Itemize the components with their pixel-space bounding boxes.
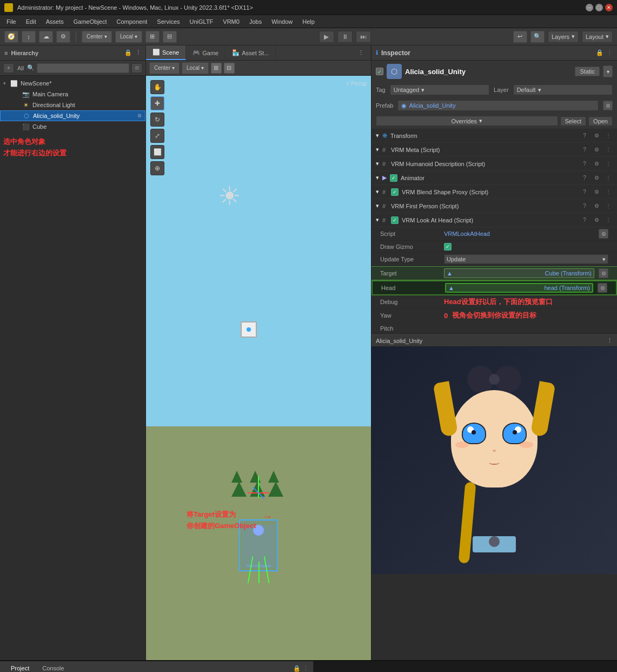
active-checkbox[interactable]: ✓ — [376, 68, 383, 75]
vrm-humanoid-help-btn[interactable]: ? — [580, 160, 589, 168]
step-btn[interactable]: ⏭ — [356, 31, 371, 43]
play-btn[interactable]: ▶ — [319, 31, 334, 43]
menu-services[interactable]: Services — [152, 17, 184, 26]
local-global-btn[interactable]: Local▾ — [115, 31, 142, 43]
vrm-blend-check[interactable]: ✓ — [391, 188, 399, 196]
center-btn[interactable]: Center▾ — [149, 62, 180, 74]
menu-gameobject[interactable]: GameObject — [69, 17, 111, 26]
head-select-btn[interactable]: ⚙ — [598, 283, 607, 293]
settings-btn[interactable]: ⚙ — [56, 31, 70, 43]
menu-help[interactable]: Help — [298, 17, 319, 26]
hierarchy-item-cube[interactable]: ▸ ⬛ Cube — [0, 121, 145, 132]
menu-file[interactable]: File — [2, 17, 21, 26]
arrows-btn[interactable]: ↕ — [22, 31, 36, 43]
vrm-look-at-check[interactable]: ✓ — [391, 216, 399, 224]
vrm-first-person-component-header[interactable]: ▾ # VRM First Person (Script) ? ⚙ ⋮ — [371, 199, 617, 213]
transform-tool[interactable]: ⊕ — [150, 161, 164, 175]
vrm-look-at-component-header[interactable]: ▾ # ✓ VRM Look At Head (Script) ? ⚙ ⋮ — [371, 213, 617, 227]
static-dropdown-arrow[interactable]: ▾ — [603, 65, 613, 77]
maximize-button[interactable]: □ — [595, 4, 603, 11]
animator-menu-btn[interactable]: ⋮ — [604, 174, 613, 182]
vrm-meta-help-btn[interactable]: ? — [580, 146, 589, 154]
layers-dropdown[interactable]: Layers ▾ — [548, 31, 579, 43]
overrides-button[interactable]: Overrides ▾ — [376, 116, 558, 126]
transform-settings-btn[interactable]: ⚙ — [592, 131, 601, 140]
menu-assets[interactable]: Assets — [42, 17, 68, 26]
project-menu-icon[interactable]: ⋮ — [303, 665, 309, 672]
vrm-fp-menu-btn[interactable]: ⋮ — [604, 202, 613, 210]
prefab-settings-btn[interactable]: ⚙ — [603, 101, 613, 110]
snap-btn[interactable]: ⊟ — [163, 31, 177, 43]
hierarchy-item-newscene[interactable]: ▾ ⬜ NewScene* — [0, 78, 145, 89]
scene-viewport[interactable]: ✋ ✚ ↻ ⤢ ⬜ ⊕ < Persp ☀ — [146, 76, 371, 660]
object-footer-menu-icon[interactable]: ⋮ — [607, 337, 613, 344]
local-btn[interactable]: Local▾ — [182, 62, 209, 74]
update-type-dropdown[interactable]: Update ▾ — [444, 254, 608, 264]
vrm-blend-component-header[interactable]: ▾ # ✓ VRM Blend Shape Proxy (Script) ? ⚙… — [371, 185, 617, 199]
close-button[interactable]: ✕ — [605, 4, 613, 11]
open-button[interactable]: Open — [588, 116, 613, 126]
animator-help-btn[interactable]: ? — [580, 174, 589, 182]
scene-tab[interactable]: ⬜ Scene — [146, 45, 186, 60]
vrm-meta-settings-btn[interactable]: ⚙ — [592, 146, 601, 154]
head-field[interactable]: ▲ head (Transform) — [445, 283, 593, 293]
vrm-look-at-menu-btn[interactable]: ⋮ — [604, 216, 613, 225]
scene-options-btn[interactable]: ⋮ — [351, 45, 371, 60]
vrm-look-at-help-btn[interactable]: ? — [580, 216, 589, 225]
grid-icon-btn[interactable]: ⊞ — [211, 63, 222, 74]
vrm-humanoid-component-header[interactable]: ▾ # VRM Humanoid Description (Script) ? … — [371, 157, 617, 171]
search-btn[interactable]: 🔍 — [530, 31, 545, 43]
hand-tool[interactable]: ✋ — [150, 80, 164, 94]
overlay-icon-btn[interactable]: ⊟ — [224, 63, 235, 74]
center-pivot-btn[interactable]: Center▾ — [82, 31, 112, 43]
game-tab[interactable]: 🎮 Game — [186, 45, 225, 60]
compass-btn[interactable]: 🧭 — [4, 31, 18, 43]
pause-btn[interactable]: ⏸ — [337, 31, 353, 43]
prefab-field[interactable]: ◉ Alicia_solid_Unity — [397, 100, 599, 111]
vrm-look-at-settings-btn[interactable]: ⚙ — [592, 216, 601, 225]
vrm-meta-component-header[interactable]: ▾ # VRM Meta (Script) ? ⚙ ⋮ — [371, 143, 617, 157]
layout-dropdown[interactable]: Layout ▾ — [582, 31, 613, 43]
move-tool[interactable]: ✚ — [150, 96, 164, 110]
menu-jobs[interactable]: Jobs — [245, 17, 266, 26]
static-button[interactable]: Static — [575, 67, 600, 76]
minimize-button[interactable]: ─ — [586, 4, 593, 11]
target-select-btn[interactable]: ⚙ — [599, 268, 608, 278]
transform-menu-btn[interactable]: ⋮ — [604, 131, 613, 140]
grid-btn[interactable]: ⊞ — [145, 31, 160, 43]
hierarchy-filter-btn[interactable]: ⊡ — [131, 63, 142, 73]
vrm-fp-settings-btn[interactable]: ⚙ — [592, 202, 601, 210]
vrm-humanoid-settings-btn[interactable]: ⚙ — [592, 160, 601, 168]
menu-unigltf[interactable]: UniGLTF — [185, 17, 218, 26]
rotate-tool[interactable]: ↻ — [150, 113, 164, 127]
hierarchy-add-btn[interactable]: + — [3, 63, 14, 73]
transform-help-btn[interactable]: ? — [580, 131, 589, 140]
menu-vrm0[interactable]: VRM0 — [218, 17, 244, 26]
inspector-menu-icon[interactable]: ⋮ — [607, 49, 613, 56]
project-tab[interactable]: Project — [4, 663, 36, 673]
vrm-meta-menu-btn[interactable]: ⋮ — [604, 146, 613, 154]
vrm-fp-help-btn[interactable]: ? — [580, 202, 589, 210]
menu-component[interactable]: Component — [112, 17, 151, 26]
vrm-humanoid-menu-btn[interactable]: ⋮ — [604, 160, 613, 168]
hierarchy-search-input[interactable] — [37, 63, 129, 73]
vrm-blend-settings-btn[interactable]: ⚙ — [592, 188, 601, 196]
animator-settings-btn[interactable]: ⚙ — [592, 174, 601, 182]
target-field[interactable]: ▲ Cube (Transform) — [444, 268, 594, 278]
asset-store-tab[interactable]: 🏪 Asset St... — [225, 45, 276, 60]
vrm-blend-menu-btn[interactable]: ⋮ — [604, 188, 613, 196]
tag-dropdown[interactable]: Untagged ▾ — [390, 84, 489, 95]
select-button[interactable]: Select — [560, 116, 587, 126]
scale-tool[interactable]: ⤢ — [150, 129, 164, 143]
console-tab[interactable]: Console — [36, 663, 70, 673]
vrm-blend-help-btn[interactable]: ? — [580, 188, 589, 196]
layer-dropdown[interactable]: Default ▾ — [513, 84, 613, 95]
animator-check[interactable]: ✓ — [390, 174, 397, 182]
inspector-lock-icon[interactable]: 🔒 — [596, 49, 603, 56]
draw-gizmo-checkbox[interactable]: ✓ — [444, 243, 452, 251]
cloud-btn[interactable]: ☁ — [39, 31, 53, 43]
animator-component-header[interactable]: ▾ ▶ ✓ Animator ? ⚙ ⋮ — [371, 171, 617, 185]
menu-edit[interactable]: Edit — [22, 17, 41, 26]
hierarchy-item-directional-light[interactable]: ▸ ☀ Directional Light — [0, 100, 145, 110]
hierarchy-item-main-camera[interactable]: ▸ 📷 Main Camera — [0, 89, 145, 100]
